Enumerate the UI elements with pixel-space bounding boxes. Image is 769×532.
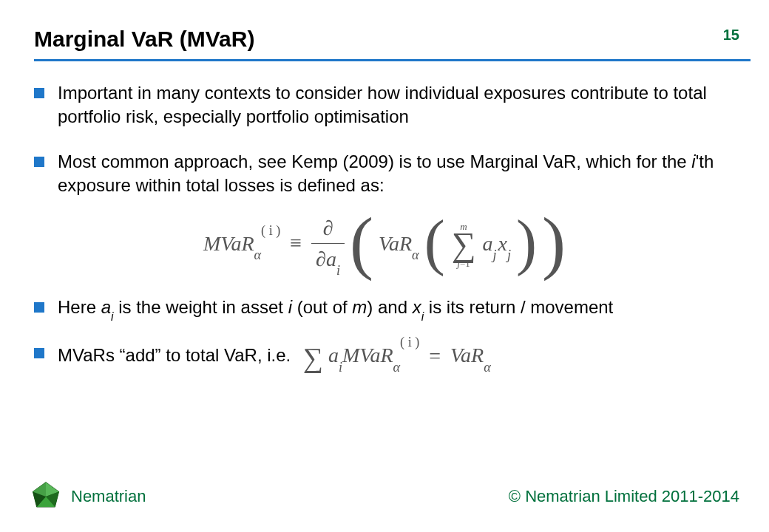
bullet-3: Here ai is the weight in asset i (out of… [34, 296, 735, 321]
b3-mid1: is the weight in asset [114, 297, 288, 317]
eq-aj-sub: j [492, 248, 496, 262]
eq-var-alpha: α [412, 248, 419, 262]
eq-partial-den-a: a [326, 248, 336, 270]
bullet-4: MVaRs “add” to total VaR, i.e. ∑ aiMVaRα… [34, 341, 735, 372]
bullet-marker-icon [34, 157, 44, 167]
eq-var-text: VaR [379, 232, 412, 255]
bullet-marker-icon [34, 302, 44, 313]
bullet-4-text: MVaRs “add” to total VaR, i.e. ∑ aiMVaRα… [58, 341, 735, 372]
eq-mvar: MVaRα( i ) [203, 230, 280, 260]
page-number: 15 [723, 27, 739, 44]
equation-mvar-definition: MVaRα( i ) ≡ ∂ ∂ai ( VaRα ( m ∑ j=1 [34, 214, 735, 276]
eq2-mvar-sup: ( i ) [400, 335, 419, 349]
eq2-equals: = [424, 344, 445, 367]
bullet-1-text: Important in many contexts to consider h… [58, 81, 735, 129]
eq-partial-fraction: ∂ ∂ai [311, 214, 345, 276]
sigma-icon: ∑ [452, 231, 476, 259]
footer-brand: Nematrian [71, 487, 146, 506]
bullet-2: Most common approach, see Kemp (2009) is… [34, 150, 735, 198]
eq-sum-bot-eq1: =1 [460, 258, 470, 269]
header: Marginal VaR (MVaR) [34, 27, 735, 52]
footer-left: Nematrian [30, 480, 146, 513]
eq2-var-alpha: α [484, 360, 491, 375]
eq-partial-den-d: ∂ [316, 248, 326, 270]
b3-ai-sub: i [111, 310, 113, 323]
b3-ai: a [101, 297, 111, 317]
bullet-2-pre: Most common approach, see Kemp (2009) is… [58, 151, 691, 171]
eq-equiv: ≡ [285, 231, 306, 254]
eq2-var: VaR [450, 344, 484, 367]
equation-mvar-sum: ∑ aiMVaRα( i ) = VaRα [303, 341, 491, 372]
equation-main: MVaRα( i ) ≡ ∂ ∂ai ( VaRα ( m ∑ j=1 [203, 214, 566, 276]
bullet-marker-icon [34, 88, 44, 98]
eq2-ai-sub: i [339, 360, 342, 375]
eq2-mvar-alpha: α [393, 360, 401, 375]
nematrian-logo-icon [30, 480, 62, 513]
eq-var: VaRα [379, 230, 419, 260]
eq-summation: m ∑ j=1 [452, 222, 476, 268]
title-underline [34, 59, 751, 61]
eq2-mvar: MVaR [342, 344, 393, 367]
eq-partial-num: ∂ [311, 214, 345, 244]
b3-xi-sub: i [421, 310, 424, 323]
eq-xj: x [496, 232, 507, 255]
b3-post: is its return / movement [424, 297, 613, 317]
footer-copyright: © Nematrian Limited 2011-2014 [509, 487, 739, 506]
eq-mvar-sup-i: ( i ) [261, 223, 280, 238]
b3-xi: x [413, 297, 421, 317]
slide-title: Marginal VaR (MVaR) [34, 27, 735, 52]
slide: Marginal VaR (MVaR) 15 Important in many… [0, 0, 769, 532]
eq-mvar-text: MVaR [203, 232, 254, 255]
slide-body: Important in many contexts to consider h… [34, 81, 735, 393]
b3-mid3: ) and [367, 297, 412, 317]
b4-pre: MVaRs “add” to total VaR, i.e. [58, 345, 291, 365]
bullet-1: Important in many contexts to consider h… [34, 81, 735, 129]
footer: Nematrian © Nematrian Limited 2011-2014 [30, 480, 739, 513]
bullet-3-text: Here ai is the weight in asset i (out of… [58, 296, 735, 321]
bullet-2-text: Most common approach, see Kemp (2009) is… [58, 150, 735, 198]
b3-mid2: (out of [292, 297, 352, 317]
eq-mvar-alpha: α [254, 248, 262, 262]
b3-m: m [352, 297, 367, 317]
b3-pre: Here [58, 297, 101, 317]
sigma-inline-icon: ∑ [303, 342, 323, 373]
eq2-ai: a [328, 344, 339, 367]
bullet-marker-icon [34, 348, 44, 358]
eq-partial-den-a-sub: i [336, 263, 340, 278]
eq-aj-xj: ajxj [482, 230, 511, 260]
eq-xj-sub: j [507, 248, 511, 262]
eq-aj: a [482, 232, 492, 255]
eq-partial-den: ∂ai [311, 243, 345, 276]
